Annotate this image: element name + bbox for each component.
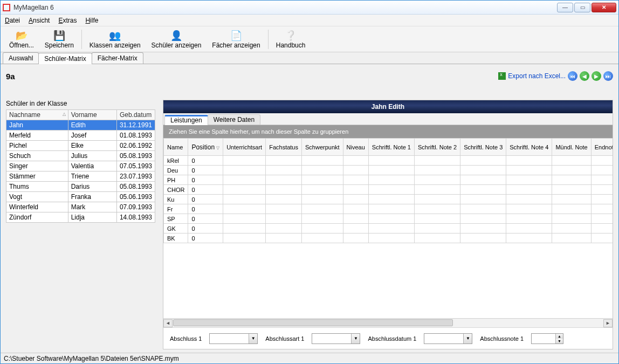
table-row[interactable]: VogtFranka05.06.1993: [6, 192, 155, 202]
sort-desc-icon: ▽: [216, 146, 219, 150]
tab-weitere-daten[interactable]: Weitere Daten: [208, 114, 260, 125]
table-row[interactable]: MerfeldJosef01.08.1993: [6, 131, 155, 141]
separator: [81, 30, 82, 49]
students-table: Nachname△ Vorname Geb.datum JahnEdith31.…: [6, 109, 155, 223]
close-button[interactable]: ✕: [592, 3, 616, 12]
chevron-down-icon: ▼: [249, 334, 257, 344]
menu-file[interactable]: Datei: [5, 17, 20, 24]
people-icon: 👥: [109, 30, 121, 42]
subjects-button[interactable]: 📄 Fächer anzeigen: [207, 30, 265, 49]
handbook-button[interactable]: ❔ Handbuch: [271, 30, 311, 49]
nav-prev-button[interactable]: ◀: [580, 71, 589, 81]
col-firstname[interactable]: Vorname: [68, 110, 116, 120]
open-button[interactable]: 📂 Öffnen...: [4, 30, 39, 49]
gcol-schriftl2[interactable]: Schriftl. Note 2: [414, 139, 460, 156]
table-row[interactable]: SingerValentia07.05.1993: [6, 161, 155, 171]
grid-row[interactable]: SP0: [164, 214, 613, 224]
grid-row[interactable]: Ku0: [164, 195, 613, 204]
grades-grid: Name Position ▽ Unterrichtsart Fachstatu…: [163, 138, 613, 243]
gcol-name[interactable]: Name: [164, 139, 188, 156]
gcol-schriftl3[interactable]: Schriftl. Note 3: [460, 139, 506, 156]
grid-row[interactable]: Fr0: [164, 204, 613, 214]
spin-down-icon[interactable]: ▼: [555, 339, 563, 344]
window-title: MyMagellan 6: [13, 4, 557, 11]
students-panel: Schüler in der Klasse Nachname△ Vorname …: [6, 100, 155, 349]
selected-student-header: Jahn Edith: [163, 100, 613, 113]
scroll-thumb[interactable]: [173, 319, 453, 326]
label-abschluss1: Abschluss 1: [170, 335, 202, 342]
chevron-down-icon: ▼: [351, 334, 360, 344]
tab-leistungen[interactable]: Leistungen: [164, 115, 208, 125]
table-row[interactable]: ThumsDarius05.08.1993: [6, 182, 155, 192]
scroll-right-button[interactable]: ►: [603, 319, 613, 327]
detail-tabs: Leistungen Weitere Daten: [163, 113, 613, 125]
gcol-fachstatus[interactable]: Fachstatus: [266, 139, 302, 156]
grid-row[interactable]: BK0: [164, 233, 613, 243]
tab-auswahl[interactable]: Auswahl: [3, 52, 39, 64]
maximize-button[interactable]: ▭: [574, 3, 590, 12]
grid-row[interactable]: kRel0: [164, 156, 613, 166]
excel-icon: [498, 72, 506, 80]
students-button[interactable]: 👤 Schüler anzeigen: [146, 30, 207, 49]
spin-up-icon[interactable]: ▲: [555, 334, 563, 339]
label-abschlussnote1: Abschlussnote 1: [480, 335, 524, 342]
titlebar: MyMagellan 6 — ▭ ✕: [1, 1, 618, 15]
classes-button[interactable]: 👥 Klassen anzeigen: [84, 30, 146, 49]
menu-view[interactable]: Ansicht: [29, 17, 50, 24]
gcol-endnote[interactable]: Endnote: [591, 139, 613, 156]
group-by-bar[interactable]: Ziehen Sie eine Spalte hierher, um nach …: [163, 125, 613, 138]
detail-panel: Jahn Edith Leistungen Weitere Daten Zieh…: [163, 100, 613, 349]
grid-row[interactable]: PH0: [164, 175, 613, 185]
col-lastname[interactable]: Nachname△: [6, 110, 68, 120]
label-abschlussdatum1: Abschlussdatum 1: [368, 335, 416, 342]
minimize-button[interactable]: —: [557, 3, 573, 12]
abschluss-form: Abschluss 1 ▼ Abschlussart 1 ▼ Abschluss…: [163, 327, 613, 349]
grid-row[interactable]: Deu0: [164, 166, 613, 175]
save-button[interactable]: 💾 Speichern: [39, 30, 79, 49]
table-row[interactable]: StämmerTriene23.07.1993: [6, 171, 155, 182]
toolbar: 📂 Öffnen... 💾 Speichern 👥 Klassen anzeig…: [1, 26, 618, 52]
horizontal-scrollbar[interactable]: ◄ ►: [163, 318, 613, 327]
nav-first-button[interactable]: ⏮: [568, 71, 577, 81]
tab-schueler-matrix[interactable]: Schüler-Matrix: [38, 53, 92, 64]
class-name: 9a: [6, 72, 15, 81]
menubar: Datei Ansicht Extras Hilfe: [1, 15, 618, 26]
gcol-unterrichtsart[interactable]: Unterrichtsart: [223, 139, 266, 156]
menu-help[interactable]: Hilfe: [85, 17, 98, 24]
menu-extras[interactable]: Extras: [58, 17, 77, 24]
table-row[interactable]: PichelElke02.06.1992: [6, 141, 155, 151]
export-excel-link[interactable]: Export nach Excel...: [498, 72, 566, 80]
date-abschlussdatum1[interactable]: ▼: [424, 333, 472, 344]
gcol-position[interactable]: Position ▽: [188, 139, 223, 156]
grid-row[interactable]: GK0: [164, 224, 613, 233]
combo-abschluss1[interactable]: ▼: [209, 333, 258, 344]
table-row[interactable]: ZündorfLidja14.08.1993: [6, 212, 155, 223]
gcol-muendl[interactable]: Mündl. Note: [552, 139, 591, 156]
table-row[interactable]: JahnEdith31.12.1991: [6, 120, 155, 131]
table-row[interactable]: SchuchJulius05.08.1993: [6, 151, 155, 161]
nav-last-button[interactable]: ⏭: [603, 71, 613, 81]
gcol-schriftl4[interactable]: Schriftl. Note 4: [506, 139, 552, 156]
document-icon: 📄: [230, 30, 242, 42]
gcol-niveau[interactable]: Niveau: [343, 139, 368, 156]
scroll-left-button[interactable]: ◄: [163, 319, 173, 327]
grid-row[interactable]: CHOR0: [164, 185, 613, 195]
statusbar: C:\Stueber Software\MyMagellan 5\Dateien…: [1, 353, 618, 363]
app-window: MyMagellan 6 — ▭ ✕ Datei Ansicht Extras …: [0, 0, 619, 364]
combo-abschlussart1[interactable]: ▼: [312, 333, 360, 344]
chevron-down-icon: ▼: [463, 334, 472, 344]
students-panel-caption: Schüler in der Klasse: [6, 100, 155, 109]
nav-next-button[interactable]: ▶: [592, 71, 601, 81]
content-area: 9a Export nach Excel... ⏮ ◀ ▶ ⏭ Schüler …: [1, 64, 618, 353]
folder-open-icon: 📂: [16, 30, 27, 42]
save-icon: 💾: [53, 30, 65, 42]
main-tabs: Auswahl Schüler-Matrix Fächer-Matrix: [1, 52, 618, 64]
col-dob[interactable]: Geb.datum: [116, 110, 155, 120]
tab-faecher-matrix[interactable]: Fächer-Matrix: [92, 52, 143, 64]
status-path: C:\Stueber Software\MyMagellan 5\Dateien…: [4, 355, 179, 362]
spin-abschlussnote1[interactable]: ▲▼: [531, 333, 563, 344]
gcol-schwerpunkt[interactable]: Schwerpunkt: [302, 139, 343, 156]
help-icon: ❔: [285, 30, 297, 42]
gcol-schriftl1[interactable]: Schriftl. Note 1: [368, 139, 414, 156]
table-row[interactable]: WinterfeldMark07.09.1993: [6, 202, 155, 212]
